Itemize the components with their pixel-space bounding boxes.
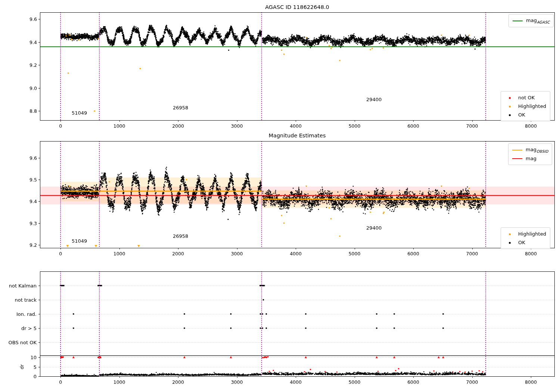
legend-label-ok-2: OK [518, 240, 525, 245]
green-line-swatch [513, 21, 523, 21]
dr-axis-label: dr [19, 364, 25, 370]
legend-label-ok: OK [518, 112, 525, 118]
figure-root: { "figure": {"width": 1500, "height": 10… [0, 0, 560, 392]
chart-canvas [0, 0, 560, 392]
legend-item-highlighted: Highlighted [505, 102, 546, 111]
legend-item-mag: mag [512, 154, 548, 163]
legend-item-not-ok: not OK [505, 93, 546, 102]
legend-label-highlighted: Highlighted [518, 103, 546, 109]
legend-status: not OK Highlighted OK [501, 91, 550, 121]
legend-label-mag: mag [526, 156, 536, 161]
legend-label-not-ok: not OK [518, 95, 535, 100]
legend-label-mag-obsid: magOBSID [526, 147, 548, 153]
legend-item-ok: OK [505, 111, 546, 119]
black-dot-icon [505, 240, 515, 245]
legend-mag-agasc: magAGASC [508, 14, 554, 27]
orange-line-swatch [512, 150, 522, 150]
orange-dot-icon [505, 231, 515, 237]
legend-label-highlighted-2: Highlighted [518, 231, 546, 237]
red-line-swatch [512, 158, 522, 159]
legend-item-ok-2: OK [505, 238, 546, 247]
legend-status-2: Highlighted OK [501, 227, 550, 249]
black-dot-icon [505, 112, 515, 118]
red-dot-icon [505, 95, 515, 100]
orange-dot-icon [505, 103, 515, 109]
legend-item-mag-obsid: magOBSID [512, 146, 548, 154]
legend-item-highlighted-2: Highlighted [505, 230, 546, 238]
legend-label-mag-agasc: magAGASC [526, 18, 550, 24]
plot2-title: Magnitude Estimates [268, 133, 326, 139]
legend-item-mag-agasc: magAGASC [513, 16, 550, 25]
legend-mag-lines: magOBSID mag [508, 143, 552, 165]
plot1-title: AGASC ID 118622648.0 [265, 4, 329, 10]
